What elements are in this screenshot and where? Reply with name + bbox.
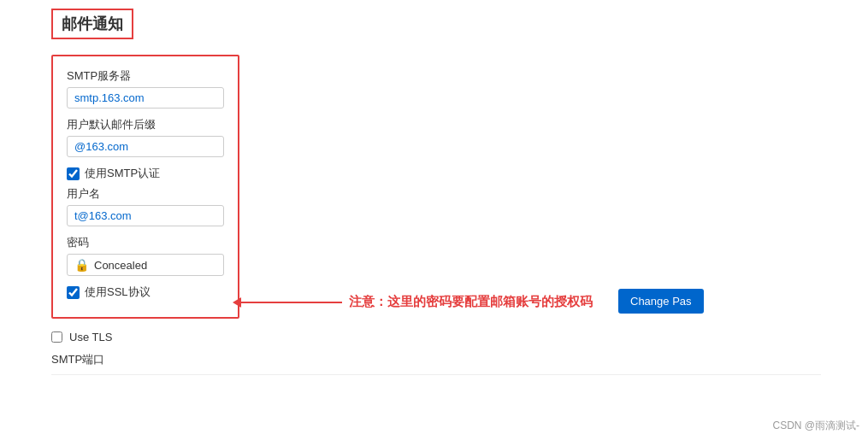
password-group: 密码 🔒 Concealed	[67, 235, 224, 276]
use-ssl-label: 使用SSL协议	[85, 285, 151, 300]
email-suffix-label: 用户默认邮件后缀	[67, 117, 224, 132]
smtp-port-label: SMTP端口	[51, 353, 104, 366]
use-smtp-auth-row: 使用SMTP认证	[67, 166, 224, 181]
change-password-button[interactable]: Change Pas	[618, 289, 704, 314]
smtp-server-label: SMTP服务器	[67, 68, 224, 84]
annotation-text: 注意：这里的密码要配置邮箱账号的授权码	[349, 294, 593, 310]
use-ssl-row: 使用SSL协议	[67, 285, 224, 300]
right-panel: 注意：这里的密码要配置邮箱账号的授权码 Change Pas	[239, 55, 704, 314]
use-tls-checkbox[interactable]	[51, 331, 62, 343]
smtp-port-divider	[51, 374, 821, 375]
arrow-line	[239, 302, 342, 303]
email-suffix-group: 用户默认邮件后缀	[67, 117, 224, 157]
username-label: 用户名	[67, 186, 224, 202]
password-label: 密码	[67, 235, 224, 250]
page-container: 邮件通知 SMTP服务器 用户默认邮件后缀 使用SMTP认证 用户名	[0, 0, 868, 440]
use-smtp-auth-label: 使用SMTP认证	[85, 166, 160, 181]
lock-icon: 🔒	[74, 258, 89, 272]
username-input[interactable]	[67, 205, 224, 226]
use-ssl-checkbox[interactable]	[67, 286, 80, 299]
page-title: 邮件通知	[62, 15, 123, 32]
bottom-section: Use TLS SMTP端口	[51, 331, 868, 375]
use-tls-row: Use TLS	[51, 331, 868, 343]
spacer	[239, 55, 704, 284]
use-smtp-auth-checkbox[interactable]	[67, 167, 80, 180]
use-tls-label: Use TLS	[69, 331, 112, 343]
watermark: CSDN @雨滴测试-	[772, 419, 859, 433]
smtp-server-group: SMTP服务器	[67, 68, 224, 109]
password-concealed-text: Concealed	[94, 259, 216, 272]
smtp-port-group: SMTP端口	[51, 352, 868, 375]
main-layout: SMTP服务器 用户默认邮件后缀 使用SMTP认证 用户名 密码	[0, 55, 868, 319]
section-title-box: 邮件通知	[51, 9, 133, 39]
arrow-container: 注意：这里的密码要配置邮箱账号的授权码	[239, 294, 593, 310]
password-field-row: 🔒 Concealed	[67, 254, 224, 276]
smtp-server-input[interactable]	[67, 87, 224, 109]
smtp-form-box: SMTP服务器 用户默认邮件后缀 使用SMTP认证 用户名 密码	[51, 55, 239, 319]
annotation-row: 注意：这里的密码要配置邮箱账号的授权码 Change Pas	[239, 290, 704, 314]
username-group: 用户名	[67, 186, 224, 226]
email-suffix-input[interactable]	[67, 136, 224, 157]
